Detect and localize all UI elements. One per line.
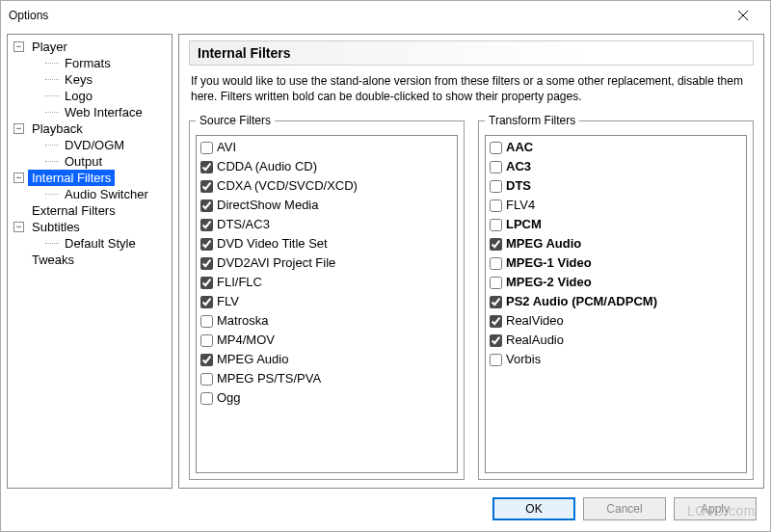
tree-item[interactable]: −Player — [8, 39, 172, 55]
list-item[interactable]: DTS — [488, 176, 744, 196]
filter-checkbox[interactable] — [200, 142, 213, 154]
filter-checkbox[interactable] — [490, 296, 502, 308]
filter-label: FLI/FLC — [217, 273, 262, 292]
filter-checkbox[interactable] — [200, 315, 213, 328]
collapse-icon[interactable]: − — [13, 41, 24, 52]
filter-checkbox[interactable] — [200, 296, 213, 308]
tree-connector — [45, 112, 59, 113]
list-item[interactable]: MP4/MOV — [199, 331, 455, 350]
transform-filters-list[interactable]: AACAC3DTSFLV4LPCMMPEG AudioMPEG-1 VideoM… — [485, 135, 747, 473]
apply-button[interactable]: Apply — [674, 497, 757, 520]
list-item[interactable]: MPEG Audio — [199, 350, 455, 369]
tree-item-label[interactable]: Internal Filters — [28, 170, 115, 186]
list-item[interactable]: AVI — [199, 138, 455, 157]
list-item[interactable]: Matroska — [199, 311, 455, 331]
list-item[interactable]: AAC — [488, 138, 744, 157]
filter-checkbox[interactable] — [490, 161, 502, 173]
tree-item-label[interactable]: Output — [61, 153, 106, 170]
list-item[interactable]: MPEG Audio — [488, 234, 744, 253]
tree-item-label[interactable]: Keys — [61, 71, 96, 88]
filter-checkbox[interactable] — [200, 354, 213, 366]
filter-checkbox[interactable] — [490, 219, 502, 231]
tree-item[interactable]: Default Style — [8, 235, 172, 252]
tree-item[interactable]: Logo — [8, 88, 172, 104]
filter-checkbox[interactable] — [490, 277, 502, 289]
tree-item-label[interactable]: External Filters — [28, 202, 120, 219]
tree-item[interactable]: Audio Switcher — [8, 186, 172, 202]
source-filters-group: Source Filters AVICDDA (Audio CD)CDXA (V… — [189, 114, 465, 480]
tree-item[interactable]: Keys — [8, 71, 172, 88]
tree-spacer — [31, 238, 41, 249]
cancel-button[interactable]: Cancel — [583, 497, 666, 520]
close-button[interactable] — [724, 3, 762, 28]
filter-checkbox[interactable] — [490, 354, 502, 366]
list-item[interactable]: MPEG-2 Video — [488, 273, 744, 292]
tree-item[interactable]: −Subtitles — [8, 219, 172, 235]
list-item[interactable]: LPCM — [488, 215, 744, 234]
filter-checkbox[interactable] — [200, 219, 213, 231]
tree-item-label[interactable]: Logo — [61, 88, 96, 104]
filter-checkbox[interactable] — [200, 373, 213, 386]
tree-item[interactable]: Output — [8, 153, 172, 170]
filter-checkbox[interactable] — [490, 334, 502, 347]
tree-item-label[interactable]: Playback — [28, 120, 87, 137]
list-item[interactable]: Vorbis — [488, 350, 744, 369]
list-item[interactable]: FLV4 — [488, 196, 744, 215]
filter-checkbox[interactable] — [200, 257, 213, 270]
filter-checkbox[interactable] — [200, 161, 213, 173]
collapse-icon[interactable]: − — [13, 123, 24, 134]
filter-label: FLV4 — [506, 196, 535, 215]
list-item[interactable]: DirectShow Media — [199, 196, 455, 215]
tree-item-label[interactable]: DVD/OGM — [61, 137, 128, 153]
tree-item-label[interactable]: Default Style — [61, 235, 140, 252]
list-item[interactable]: FLV — [199, 292, 455, 311]
ok-button[interactable]: OK — [492, 497, 575, 520]
filter-checkbox[interactable] — [200, 277, 213, 289]
transform-filters-group: Transform Filters AACAC3DTSFLV4LPCMMPEG … — [478, 114, 754, 480]
tree-item-label[interactable]: Player — [28, 39, 71, 55]
filter-label: AC3 — [506, 157, 531, 176]
tree-spacer — [31, 156, 41, 167]
category-tree[interactable]: −PlayerFormatsKeysLogoWeb Interface−Play… — [7, 34, 173, 489]
list-item[interactable]: DTS/AC3 — [199, 215, 455, 234]
filter-checkbox[interactable] — [490, 180, 502, 193]
tree-item[interactable]: Web Interface — [8, 104, 172, 120]
tree-item[interactable]: Formats — [8, 55, 172, 71]
tree-item[interactable]: DVD/OGM — [8, 137, 172, 153]
list-item[interactable]: CDXA (VCD/SVCD/XCD) — [199, 176, 455, 196]
tree-item-label[interactable]: Web Interface — [61, 104, 146, 120]
collapse-icon[interactable]: − — [13, 173, 24, 183]
filter-checkbox[interactable] — [200, 200, 213, 212]
filter-checkbox[interactable] — [490, 257, 502, 270]
filter-checkbox[interactable] — [490, 315, 502, 328]
tree-item[interactable]: External Filters — [8, 202, 172, 219]
filter-checkbox[interactable] — [490, 142, 502, 154]
tree-item[interactable]: −Playback — [8, 120, 172, 137]
tree-item-label[interactable]: Formats — [61, 55, 115, 71]
list-item[interactable]: Ogg — [199, 388, 455, 408]
tree-item[interactable]: −Internal Filters — [8, 170, 172, 186]
filter-checkbox[interactable] — [200, 180, 213, 193]
filter-checkbox[interactable] — [490, 238, 502, 251]
list-item[interactable]: PS2 Audio (PCM/ADPCM) — [488, 292, 744, 311]
tree-item-label[interactable]: Tweaks — [28, 252, 78, 268]
list-item[interactable]: FLI/FLC — [199, 273, 455, 292]
filter-checkbox[interactable] — [200, 238, 213, 251]
tree-item-label[interactable]: Subtitles — [28, 219, 84, 235]
list-item[interactable]: DVD2AVI Project File — [199, 253, 455, 273]
list-item[interactable]: RealVideo — [488, 311, 744, 331]
tree-item-label[interactable]: Audio Switcher — [61, 186, 152, 202]
panel-heading-bar: Internal Filters — [189, 40, 754, 66]
tree-item[interactable]: Tweaks — [8, 252, 172, 268]
list-item[interactable]: MPEG PS/TS/PVA — [199, 369, 455, 388]
list-item[interactable]: CDDA (Audio CD) — [199, 157, 455, 176]
list-item[interactable]: MPEG-1 Video — [488, 253, 744, 273]
collapse-icon[interactable]: − — [13, 222, 24, 232]
list-item[interactable]: AC3 — [488, 157, 744, 176]
source-filters-list[interactable]: AVICDDA (Audio CD)CDXA (VCD/SVCD/XCD)Dir… — [196, 135, 458, 473]
list-item[interactable]: RealAudio — [488, 331, 744, 350]
filter-checkbox[interactable] — [200, 392, 213, 405]
filter-checkbox[interactable] — [200, 334, 213, 347]
list-item[interactable]: DVD Video Title Set — [199, 234, 455, 253]
filter-checkbox[interactable] — [490, 200, 502, 212]
